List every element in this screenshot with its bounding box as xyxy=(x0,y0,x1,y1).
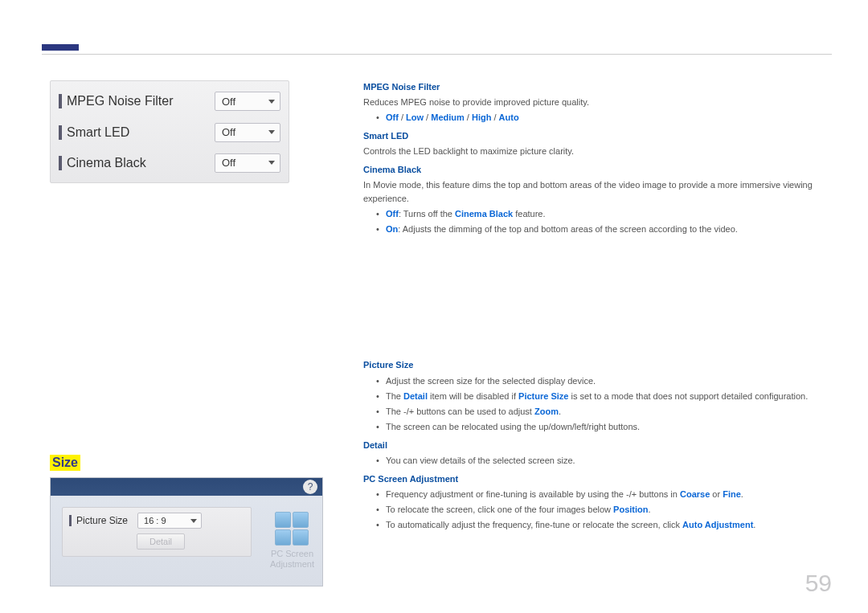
text: feature. xyxy=(513,209,545,219)
row-mpeg-noise-filter: MPEG Noise Filter Off xyxy=(59,86,280,116)
header-accent xyxy=(42,44,79,51)
text: . xyxy=(753,520,755,529)
row-smart-led: Smart LED Off xyxy=(59,116,280,147)
opt-low: Low xyxy=(406,112,424,122)
row-marker xyxy=(59,156,62,170)
text: . xyxy=(741,489,743,499)
heading-picture-size: Picture Size xyxy=(363,358,829,372)
bullet-ps-3: The -/+ buttons can be used to adjust Zo… xyxy=(376,405,829,419)
ref-auto-adjustment: Auto Adjustment xyxy=(682,520,753,529)
heading-smart-led: Smart LED xyxy=(363,129,829,143)
bullet-pcadj-1: Frequency adjustment or fine-tuning is a… xyxy=(376,488,829,501)
row-marker xyxy=(59,125,62,140)
text: : Turns off the xyxy=(399,209,455,219)
ref-fine: Fine xyxy=(723,489,741,499)
mpeg-noise-filter-dropdown[interactable]: Off xyxy=(215,92,280,111)
bullet-ps-4: The screen can be relocated using the up… xyxy=(376,420,829,434)
dropdown-value: Off xyxy=(222,126,235,138)
row-label: Picture Size xyxy=(76,515,128,526)
text: : Adjusts the dimming of the top and bot… xyxy=(398,224,738,234)
label-off: Off xyxy=(386,209,399,219)
position-tile-icon xyxy=(293,512,309,528)
sep: / xyxy=(465,112,472,122)
row-label: Smart LED xyxy=(67,125,215,140)
chevron-down-icon xyxy=(268,130,275,134)
ref-cinema-black: Cinema Black xyxy=(455,209,513,219)
bullet-pcadj-2: To relocate the screen, click one of the… xyxy=(376,503,829,517)
text: Frequency adjustment or fine-tuning is a… xyxy=(386,489,680,499)
text: item will be disabled if xyxy=(428,391,518,401)
text: . xyxy=(559,407,561,416)
dropdown-value: Off xyxy=(222,157,235,169)
left-column: MPEG Noise Filter Off Smart LED Off Cine… xyxy=(50,80,323,586)
bullet-cinema-off: Off: Turns off the Cinema Black feature. xyxy=(376,207,829,221)
chevron-down-icon xyxy=(268,100,275,104)
settings-panel-2: ? Picture Size 16 : 9 Detail PC Screen A… xyxy=(50,477,323,586)
pc-adj-label-line2: Adjustment xyxy=(270,559,314,570)
right-column: MPEG Noise Filter Reduces MPEG noise to … xyxy=(363,80,829,533)
picture-size-dropdown[interactable]: 16 : 9 xyxy=(137,513,202,529)
heading-detail: Detail xyxy=(363,439,829,452)
ref-picture-size: Picture Size xyxy=(518,391,568,401)
header-rule xyxy=(42,54,832,55)
text: or xyxy=(710,489,723,499)
label-on: On xyxy=(386,224,398,234)
chevron-down-icon xyxy=(268,161,275,165)
desc-mpeg: Reduces MPEG noise to provide improved p… xyxy=(363,96,829,109)
bullet-ps-2: The Detail item will be disabled if Pict… xyxy=(376,390,829,403)
smart-led-dropdown[interactable]: Off xyxy=(215,123,280,142)
text: is set to a mode that does not support d… xyxy=(568,391,808,401)
bullet-pcadj-3: To automatically adjust the frequency, f… xyxy=(376,518,829,532)
pc-adj-label-line1: PC Screen xyxy=(270,549,314,559)
sep: / xyxy=(399,112,406,122)
row-cinema-black: Cinema Black Off xyxy=(59,147,280,178)
panel2-titlebar: ? xyxy=(51,478,322,496)
sep: / xyxy=(424,112,431,122)
bullet-detail-1: You can view details of the selected scr… xyxy=(376,454,829,468)
pc-screen-adjustment-button[interactable] xyxy=(275,512,309,546)
row-marker xyxy=(59,94,62,108)
opt-medium: Medium xyxy=(431,112,465,122)
ref-detail: Detail xyxy=(403,391,428,401)
row-label: MPEG Noise Filter xyxy=(67,94,215,108)
row-picture-size: Picture Size 16 : 9 xyxy=(69,513,244,529)
text: The xyxy=(386,391,403,401)
heading-mpeg-noise-filter: MPEG Noise Filter xyxy=(363,80,829,94)
text: . xyxy=(649,505,651,514)
detail-button[interactable]: Detail xyxy=(137,533,185,550)
row-label: Cinema Black xyxy=(67,156,215,170)
picture-size-group: Picture Size 16 : 9 Detail xyxy=(62,507,252,557)
heading-cinema-black: Cinema Black xyxy=(363,163,829,177)
pc-screen-adjustment-cluster: PC Screen Adjustment xyxy=(270,512,314,570)
position-tile-icon xyxy=(275,512,291,528)
section-header-size: Size xyxy=(50,455,80,471)
position-tile-icon xyxy=(293,529,309,546)
dropdown-value: 16 : 9 xyxy=(144,516,166,525)
desc-smart-led: Controls the LED backlight to maximize p… xyxy=(363,145,829,158)
ref-position: Position xyxy=(613,505,648,514)
help-icon[interactable]: ? xyxy=(303,480,317,494)
settings-panel-1: MPEG Noise Filter Off Smart LED Off Cine… xyxy=(50,80,289,183)
ref-coarse: Coarse xyxy=(680,489,710,499)
opt-auto: Auto xyxy=(499,112,519,122)
row-marker xyxy=(69,515,72,526)
text: To relocate the screen, click one of the… xyxy=(386,505,613,514)
sep: / xyxy=(491,112,498,122)
bullet-ps-1: Adjust the screen size for the selected … xyxy=(376,374,829,388)
text: To automatically adjust the frequency, f… xyxy=(386,520,682,529)
opts-mpeg: Off / Low / Medium / High / Auto xyxy=(376,111,829,125)
ref-zoom: Zoom xyxy=(534,407,559,416)
dropdown-value: Off xyxy=(222,96,235,108)
opt-off: Off xyxy=(386,112,399,122)
cinema-black-dropdown[interactable]: Off xyxy=(215,153,280,173)
opt-high: High xyxy=(472,112,491,122)
desc-cinema-black: In Movie mode, this feature dims the top… xyxy=(363,178,829,206)
page-number: 59 xyxy=(805,570,832,597)
text: The -/+ buttons can be used to adjust xyxy=(386,407,534,416)
chevron-down-icon xyxy=(190,519,197,523)
position-tile-icon xyxy=(275,529,291,546)
bullet-cinema-on: On: Adjusts the dimming of the top and b… xyxy=(376,223,829,236)
heading-pc-screen-adjustment: PC Screen Adjustment xyxy=(363,472,829,486)
